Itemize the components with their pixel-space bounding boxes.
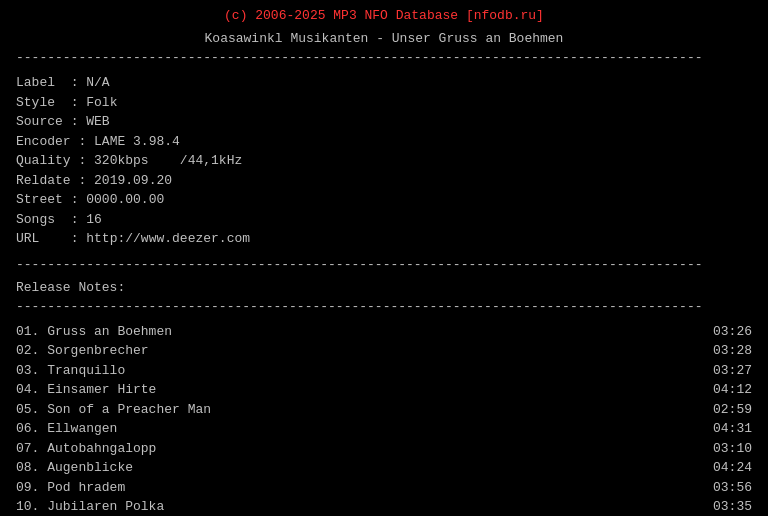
track-title: 01. Gruss an Boehmen [16, 322, 172, 342]
table-row: 01. Gruss an Boehmen03:26 [16, 322, 752, 342]
metadata-section: Label : N/A Style : Folk Source : WEB En… [16, 73, 752, 249]
release-notes-label: Release Notes: [16, 280, 752, 295]
album-title: Koasawinkl Musikanten - Unser Gruss an B… [16, 31, 752, 46]
header: (c) 2006-2025 MP3 NFO Database [nfodb.ru… [16, 8, 752, 46]
track-duration: 03:28 [713, 341, 752, 361]
tracklist: 01. Gruss an Boehmen03:2602. Sorgenbrech… [16, 322, 752, 517]
track-duration: 03:27 [713, 361, 752, 381]
table-row: 03. Tranquillo03:27 [16, 361, 752, 381]
divider-mid1: ----------------------------------------… [16, 257, 752, 272]
track-title: 04. Einsamer Hirte [16, 380, 156, 400]
table-row: 02. Sorgenbrecher03:28 [16, 341, 752, 361]
track-duration: 03:56 [713, 478, 752, 498]
meta-source: Source : WEB [16, 112, 752, 132]
divider-top: ----------------------------------------… [16, 50, 752, 65]
meta-reldate: Reldate : 2019.09.20 [16, 171, 752, 191]
meta-songs: Songs : 16 [16, 210, 752, 230]
track-duration: 03:10 [713, 439, 752, 459]
table-row: 05. Son of a Preacher Man02:59 [16, 400, 752, 420]
divider-mid2: ----------------------------------------… [16, 299, 752, 314]
track-title: 07. Autobahngalopp [16, 439, 156, 459]
table-row: 08. Augenblicke04:24 [16, 458, 752, 478]
meta-quality: Quality : 320kbps /44,1kHz [16, 151, 752, 171]
meta-encoder: Encoder : LAME 3.98.4 [16, 132, 752, 152]
copyright-text: (c) 2006-2025 MP3 NFO Database [nfodb.ru… [16, 8, 752, 23]
track-duration: 02:59 [713, 400, 752, 420]
track-duration: 04:24 [713, 458, 752, 478]
meta-street: Street : 0000.00.00 [16, 190, 752, 210]
track-duration: 04:31 [713, 419, 752, 439]
track-title: 05. Son of a Preacher Man [16, 400, 211, 420]
track-duration: 03:35 [713, 497, 752, 516]
table-row: 07. Autobahngalopp03:10 [16, 439, 752, 459]
track-title: 02. Sorgenbrecher [16, 341, 149, 361]
table-row: 04. Einsamer Hirte04:12 [16, 380, 752, 400]
track-duration: 04:12 [713, 380, 752, 400]
track-title: 10. Jubilaren Polka [16, 497, 164, 516]
track-duration: 03:26 [713, 322, 752, 342]
track-title: 09. Pod hradem [16, 478, 125, 498]
track-title: 06. Ellwangen [16, 419, 117, 439]
table-row: 06. Ellwangen04:31 [16, 419, 752, 439]
meta-style: Style : Folk [16, 93, 752, 113]
meta-url: URL : http://www.deezer.com [16, 229, 752, 249]
meta-label: Label : N/A [16, 73, 752, 93]
table-row: 10. Jubilaren Polka03:35 [16, 497, 752, 516]
track-title: 03. Tranquillo [16, 361, 125, 381]
table-row: 09. Pod hradem03:56 [16, 478, 752, 498]
track-title: 08. Augenblicke [16, 458, 133, 478]
